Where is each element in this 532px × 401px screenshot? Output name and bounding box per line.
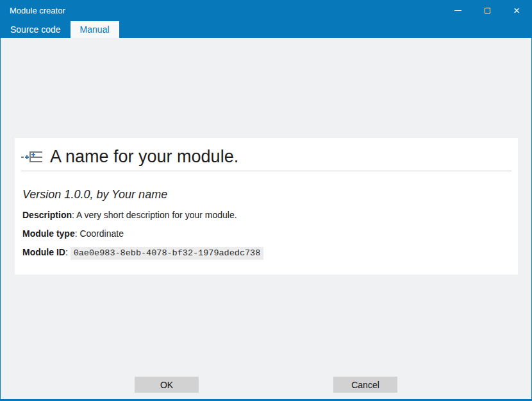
tab-manual-label: Manual [80, 24, 110, 35]
module-type-label: Module type [22, 228, 75, 239]
dialog-button-row: OK Cancel [1, 377, 531, 393]
tab-source-code-label: Source code [10, 24, 61, 35]
close-icon: × [513, 5, 520, 16]
ok-button[interactable]: OK [135, 377, 199, 393]
module-id-line: Module ID: 0ae0e983-8ebb-4078-bf32-1979a… [22, 247, 510, 258]
field-separator: : [65, 247, 71, 257]
caption-buttons: × [443, 0, 531, 21]
tab-bar: Source code Manual [1, 21, 531, 38]
field-separator: : [72, 210, 76, 220]
description-value: A very short description for your module… [76, 210, 237, 220]
module-name-heading: A name for your module. [50, 146, 238, 167]
module-type-value: Coordinate [79, 228, 124, 239]
module-id-value: 0ae0e983-8ebb-4078-bf32-1979adedc738 [71, 247, 264, 260]
manual-content-area: A name for your module. Version 1.0.0, b… [1, 38, 531, 399]
description-label: Description [22, 210, 72, 220]
version-line: Version 1.0.0, by Your name [22, 188, 510, 201]
module-type-line: Module type: Coordinate [22, 228, 510, 239]
window-title: Module creator [1, 6, 443, 15]
titlebar: Module creator × [1, 0, 531, 21]
maximize-button[interactable] [472, 0, 502, 21]
maximize-icon [485, 8, 490, 13]
heading-divider [21, 171, 511, 171]
module-heading-row: A name for your module. [21, 146, 511, 167]
minimize-button[interactable] [443, 0, 472, 21]
module-type-icon [21, 149, 43, 164]
manual-card: A name for your module. Version 1.0.0, b… [15, 138, 518, 275]
close-button[interactable]: × [502, 0, 531, 21]
tab-manual[interactable]: Manual [71, 21, 119, 38]
description-line: Description: A very short description fo… [22, 210, 510, 220]
tab-source-code[interactable]: Source code [1, 21, 71, 38]
cancel-button[interactable]: Cancel [333, 377, 397, 393]
module-id-label: Module ID [22, 247, 65, 257]
module-creator-window: Module creator × Source code Manual [0, 0, 532, 401]
minimize-icon [454, 10, 461, 11]
